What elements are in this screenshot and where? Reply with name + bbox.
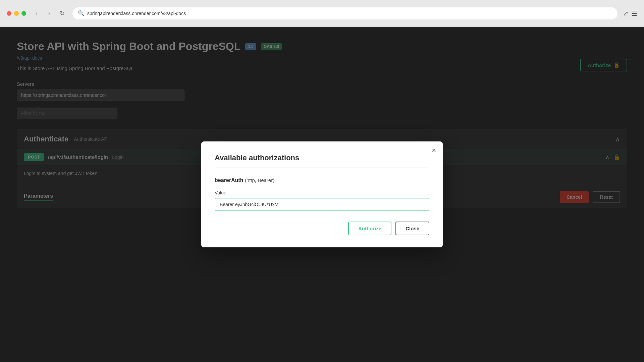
modal-title: Available authorizations [215,154,429,168]
address-text: springapirenderclass.onrender.com/v3/api… [87,11,186,16]
browser-chrome: ‹ › ↻ 🔍 springapirenderclass.onrender.co… [0,0,644,27]
authorization-modal: Available authorizations × bearerAuth (h… [201,141,443,247]
auth-scheme-header: bearerAuth (http, Bearer) [215,177,429,183]
page-content: Store API with Spring Boot and PostgreSQ… [0,27,644,362]
value-input[interactable] [215,198,429,211]
modal-actions: Authorize Close [215,222,429,235]
minimize-window-button[interactable] [14,11,19,16]
back-button[interactable]: ‹ [32,8,42,18]
menu-button[interactable]: ☰ [631,9,637,17]
reload-button[interactable]: ↻ [57,8,67,18]
value-label: Value: [215,190,429,195]
search-icon: 🔍 [78,10,85,16]
traffic-lights [7,11,26,16]
browser-menu: ⤢ ☰ [623,9,637,17]
forward-button[interactable]: › [44,8,54,18]
modal-overlay: Available authorizations × bearerAuth (h… [0,27,644,362]
modal-close-x-button[interactable]: × [432,147,436,154]
modal-close-button[interactable]: Close [395,222,429,235]
auth-scheme-name: bearerAuth [215,177,243,183]
maximize-window-button[interactable] [21,11,26,16]
modal-authorize-button[interactable]: Authorize [348,222,391,235]
navigation-buttons: ‹ › ↻ [32,8,67,18]
close-window-button[interactable] [7,11,11,16]
expand-button[interactable]: ⤢ [623,9,629,17]
address-bar[interactable]: 🔍 springapirenderclass.onrender.com/v3/a… [72,7,618,19]
auth-scheme-type: (http, Bearer) [245,177,274,183]
